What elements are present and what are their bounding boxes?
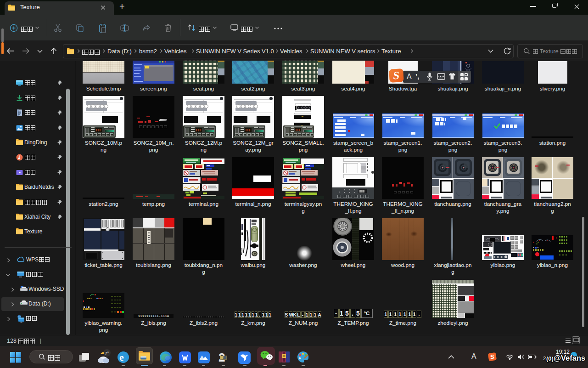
svg-text:e: e [119, 351, 124, 363]
svg-text:7°: 7° [105, 351, 109, 356]
svg-text:A: A [122, 26, 124, 30]
